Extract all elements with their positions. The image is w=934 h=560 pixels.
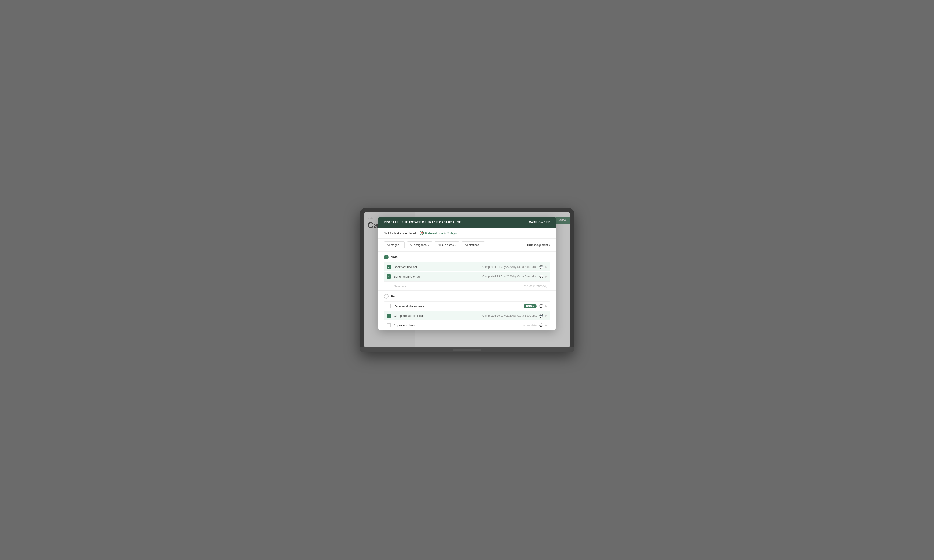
statuses-chevron-icon: ▾ [481, 244, 482, 246]
task-checkbox-book-fact-find-call[interactable]: ✓ [387, 265, 391, 269]
task-checkbox-send-fact-find-email[interactable]: ✓ [387, 274, 391, 278]
task-checkbox-complete-fact-find-call[interactable]: ✓ [387, 314, 391, 318]
assignees-chevron-icon: ▾ [428, 244, 429, 246]
modal-header: PROBATE · THE ESTATE OF FRANK CACAOSAUCE… [378, 217, 556, 228]
task-arrow-icon-2[interactable]: ▶ [545, 275, 547, 278]
sale-section-complete-icon: ✓ [384, 255, 388, 260]
due-dates-filter[interactable]: All due dates ▾ [435, 242, 459, 249]
task-actions-receive-all-documents: 💬 ▶ [539, 304, 547, 308]
task-row-complete-fact-find-call: ✓ Complete fact find call Completed 26 J… [384, 311, 550, 320]
task-actions-book-fact-find-call: 💬 ▶ [539, 265, 547, 269]
task-today-badge: TODAY [524, 304, 536, 308]
task-comment-icon-approve[interactable]: 💬 [539, 323, 543, 327]
task-label-send-fact-find-email: Send fact find email [394, 275, 479, 278]
task-label-complete-fact-find-call: Complete fact find call [394, 314, 479, 318]
new-task-input-sale[interactable]: New task... [394, 285, 521, 288]
task-actions-complete-fact-find-call: 💬 ▶ [539, 314, 547, 318]
task-check-mark: ✓ [388, 266, 390, 269]
stages-chevron-icon: ▾ [401, 244, 402, 246]
laptop-screen: CUST Ca The Su +447 Last a Case Ca The e… [364, 212, 570, 347]
sale-section: ✓ Sale ✓ Book fact find call Completed 2… [378, 252, 556, 291]
task-checkbox-approve-referral[interactable] [387, 323, 391, 328]
task-label-receive-all-documents: Receive all documents [394, 305, 521, 308]
task-label-book-fact-find-call: Book fact find call [394, 265, 479, 269]
modal-header-title: PROBATE · THE ESTATE OF FRANK CACAOSAUCE [384, 221, 461, 223]
task-checkbox-receive-all-documents[interactable] [387, 304, 391, 308]
task-meta-complete-fact-find-call: Completed 26 July 2020 by Carla Speciali… [482, 314, 536, 317]
sale-section-title: Sale [391, 255, 398, 259]
task-row-send-fact-find-email: ✓ Send fact find email Completed 25 July… [384, 272, 550, 281]
task-comment-icon-receive[interactable]: 💬 [539, 304, 543, 308]
task-row-receive-all-documents: Receive all documents TODAY 💬 ▶ [384, 302, 550, 311]
laptop-base [359, 347, 575, 352]
task-comment-icon[interactable]: 💬 [539, 275, 543, 278]
task-row-book-fact-find-call: ✓ Book fact find call Completed 24 July … [384, 262, 550, 271]
filters-bar: All stages ▾ All assignees ▾ All due dat… [378, 239, 556, 252]
statuses-filter-label: All statuses [465, 243, 479, 247]
task-arrow-icon-3[interactable]: ▶ [545, 314, 547, 317]
task-comment-active-icon[interactable]: 💬 [539, 265, 543, 269]
fact-find-section-header: Fact find [384, 291, 550, 301]
task-arrow-icon-approve[interactable]: ▶ [545, 324, 547, 327]
modal-header-owner: CASE OWNER [529, 221, 550, 223]
task-modal: PROBATE · THE ESTATE OF FRANK CACAOSAUCE… [378, 217, 556, 330]
new-task-spacer [387, 284, 391, 288]
referral-text: Referral due in 5 days [425, 231, 457, 235]
new-task-due-sale[interactable]: due date (optional) [524, 285, 547, 288]
task-meta-send-fact-find-email: Completed 25 July 2020 by Carla Speciali… [482, 275, 536, 278]
modal-overlay: PROBATE · THE ESTATE OF FRANK CACAOSAUCE… [364, 212, 570, 347]
sale-section-header: ✓ Sale [384, 252, 550, 262]
task-check-mark-2: ✓ [388, 275, 390, 278]
fact-find-section-incomplete-icon [384, 294, 388, 298]
task-no-due-approve-referral: no due date [522, 324, 536, 327]
new-task-row-sale: New task... due date (optional) [384, 282, 550, 291]
fact-find-section: Fact find Receive all documents TODAY 💬 … [378, 291, 556, 330]
referral-clock-icon: ⏰ [419, 231, 424, 235]
task-actions-send-fact-find-email: 💬 ▶ [539, 275, 547, 278]
assignees-filter[interactable]: All assignees ▾ [407, 242, 432, 249]
due-dates-filter-label: All due dates [438, 243, 454, 247]
statuses-filter[interactable]: All statuses ▾ [462, 242, 484, 249]
tasks-completed-text: 3 of 17 tasks completed [384, 231, 416, 235]
task-meta-book-fact-find-call: Completed 24 July 2020 by Carla Speciali… [482, 265, 536, 269]
referral-badge: ⏰ Referral due in 5 days [419, 231, 457, 235]
bulk-assignment-label: Bulk assignment [527, 243, 548, 247]
task-actions-approve-referral: 💬 ▶ [539, 323, 547, 327]
task-arrow-icon-receive[interactable]: ▶ [545, 305, 547, 308]
modal-stats-bar: 3 of 17 tasks completed ⏰ Referral due i… [378, 228, 556, 239]
laptop-outer: CUST Ca The Su +447 Last a Case Ca The e… [359, 208, 575, 352]
laptop-trackpad [453, 349, 481, 351]
task-row-approve-referral: Approve referral no due date 💬 ▶ [384, 321, 550, 330]
fact-find-section-title: Fact find [391, 294, 404, 298]
task-label-approve-referral: Approve referral [394, 324, 519, 327]
assignees-filter-label: All assignees [410, 243, 427, 247]
bulk-assignment-chevron-icon: ▾ [549, 243, 550, 247]
sale-check-mark: ✓ [385, 256, 387, 259]
due-dates-chevron-icon: ▾ [455, 244, 456, 246]
bulk-assignment-button[interactable]: Bulk assignment ▾ [527, 243, 550, 247]
task-arrow-icon[interactable]: ▶ [545, 265, 547, 269]
stages-filter-label: All stages [387, 243, 399, 247]
task-check-mark-3: ✓ [388, 314, 390, 317]
task-comment-active-icon-2[interactable]: 💬 [539, 314, 543, 318]
stages-filter[interactable]: All stages ▾ [384, 242, 405, 249]
